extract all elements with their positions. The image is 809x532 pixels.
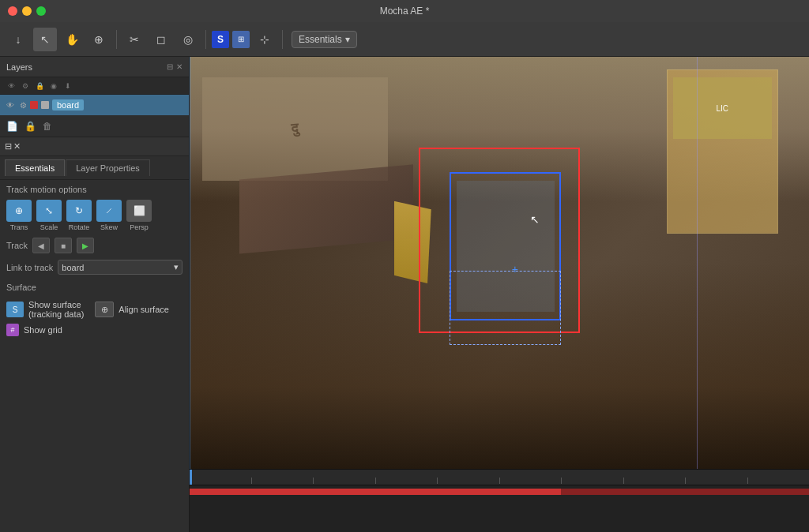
dropdown-arrow-icon: ▾ [345, 34, 350, 45]
trans-icon: ⊕ [6, 200, 32, 222]
layer-name[interactable]: board [52, 99, 84, 111]
layers-column-headers: 👁 ⚙ 🔒 ◉ ⬇ [0, 77, 189, 95]
app-title: Mocha AE * [380, 6, 430, 17]
trans-label: Trans [10, 223, 28, 231]
scale-btn[interactable]: ⤡ Scale [36, 200, 62, 231]
timeline-area [190, 469, 809, 532]
select-tool[interactable]: ↖ [33, 28, 57, 51]
tick [624, 478, 687, 484]
show-grid-icon[interactable]: # [6, 324, 19, 336]
scale-icon: ⤡ [36, 200, 62, 222]
toolbar: ↓ ↖ ✋ ⊕ ✂ ◻ ◎ S ⊞ ⊹ Essentials ▾ [0, 22, 809, 57]
crosshair-tool[interactable]: ⊹ [253, 28, 277, 51]
track-stop-btn[interactable]: ■ [55, 238, 72, 253]
awning [239, 165, 413, 254]
layer-visible-icon[interactable]: 👁 [5, 101, 16, 110]
persp-btn[interactable]: ⬜ Persp [126, 200, 152, 231]
layers-bottom: 📄 🔒 🗑 [0, 115, 189, 137]
video-area: दु LIC [190, 57, 809, 532]
playhead-line [190, 57, 190, 469]
tab-essentials[interactable]: Essentials [5, 159, 65, 176]
tick [500, 478, 563, 484]
pan-tool[interactable]: ✋ [60, 28, 84, 51]
ruler-ticks-container [190, 470, 809, 484]
track-backward-btn[interactable]: ◀ [32, 238, 50, 253]
s-tool-icon[interactable]: S [212, 31, 229, 48]
tick [562, 478, 624, 484]
surface-box [450, 271, 561, 345]
shape-tool[interactable]: ◻ [149, 28, 173, 51]
tab-layer-properties[interactable]: Layer Properties [66, 159, 150, 176]
essentials-dropdown[interactable]: Essentials ▾ [292, 31, 357, 48]
video-background: दु LIC [190, 57, 809, 469]
tick [314, 478, 376, 484]
persp-label: Persp [130, 223, 149, 231]
layers-header: Layers ⊟ ✕ [0, 57, 189, 77]
tick [748, 478, 810, 484]
draw-tool[interactable]: ◎ [176, 28, 200, 51]
layer-color-white [41, 101, 49, 109]
surface-section: S Show surface(tracking data) ⊕ Align su… [0, 294, 189, 342]
col-color-icon: ◉ [47, 82, 60, 90]
layers-title: Layers [6, 62, 32, 72]
layers-expand-icon[interactable]: ⊟ [167, 62, 173, 71]
right-playhead-line [697, 57, 698, 469]
rotate-btn[interactable]: ↻ Rotate [66, 200, 92, 231]
timeline-track-bar [190, 489, 809, 495]
show-grid-label: Show grid [24, 325, 62, 335]
separator-3 [282, 30, 283, 49]
align-surface-label: Align surface [119, 305, 169, 314]
show-grid-row: # Show grid [6, 321, 182, 339]
show-surface-label: Show surface(tracking data) [28, 300, 84, 319]
tick [252, 478, 314, 484]
layers-controls: ⊟ ✕ [167, 62, 182, 71]
panel-close-icon[interactable]: ✕ [13, 141, 21, 152]
panel-tabs: Essentials Layer Properties [0, 156, 189, 180]
track-motion-buttons: ⊕ Trans ⤡ Scale ↻ Rotate ⟋ Skew ⬜ Pers [0, 197, 189, 234]
left-sign: दु [202, 77, 388, 181]
trans-btn[interactable]: ⊕ Trans [6, 200, 32, 231]
tick [190, 478, 252, 484]
persp-icon: ⬜ [126, 200, 152, 222]
left-panel: Layers ⊟ ✕ 👁 ⚙ 🔒 ◉ ⬇ 👁 ⚙ board 📄 🔒 🗑 [0, 57, 190, 532]
title-bar: Mocha AE * [0, 0, 809, 22]
timeline-ruler [190, 470, 809, 485]
slice-tool[interactable]: ✂ [122, 28, 146, 51]
track-motion-label: Track motion options [0, 180, 189, 197]
link-label: Link to track [6, 263, 53, 272]
main-layout: Layers ⊟ ✕ 👁 ⚙ 🔒 ◉ ⬇ 👁 ⚙ board 📄 🔒 🗑 [0, 57, 809, 532]
panel-header-bar: ⊟ ✕ [0, 137, 189, 156]
layer-cog-icon[interactable]: ⚙ [17, 101, 28, 110]
lock-layer-btn[interactable]: 🔒 [24, 121, 36, 132]
tick [376, 478, 438, 484]
link-select[interactable]: board ▾ [58, 260, 182, 275]
right-sign-text: LIC [673, 77, 772, 139]
track-forward-btn[interactable]: ▶ [77, 238, 94, 253]
show-surface-icon[interactable]: S [6, 302, 24, 317]
rotate-label: Rotate [69, 223, 90, 231]
add-layer-btn[interactable]: 📄 [6, 121, 18, 132]
align-surface-icon[interactable]: ⊕ [95, 302, 114, 317]
panel-expand-icon[interactable]: ⊟ [5, 141, 12, 152]
import-tool[interactable]: ↓ [6, 28, 30, 51]
skew-btn[interactable]: ⟋ Skew [96, 200, 122, 231]
link-value: board [62, 263, 84, 272]
zoom-tool[interactable]: ⊕ [87, 28, 111, 51]
minimize-button[interactable] [22, 6, 32, 16]
window-controls[interactable] [8, 6, 46, 16]
layers-close-icon[interactable]: ✕ [176, 62, 182, 71]
panel-header-controls: ⊟ ✕ [5, 141, 21, 152]
show-surface-row: S Show surface(tracking data) ⊕ Align su… [6, 298, 182, 321]
layer-row[interactable]: 👁 ⚙ board [0, 95, 189, 115]
timeline-tracks [190, 485, 809, 532]
grid-tool-icon[interactable]: ⊞ [232, 31, 250, 48]
link-to-track-row: Link to track board ▾ [0, 257, 189, 278]
maximize-button[interactable] [36, 6, 46, 16]
delete-layer-btn[interactable]: 🗑 [43, 121, 52, 132]
close-button[interactable] [8, 6, 17, 16]
cursor: ↖ [530, 213, 536, 219]
col-settings-icon: ⚙ [19, 82, 32, 90]
col-visible-icon: 👁 [5, 82, 17, 90]
link-chevron-icon: ▾ [174, 262, 179, 272]
skew-label: Skew [100, 223, 118, 231]
